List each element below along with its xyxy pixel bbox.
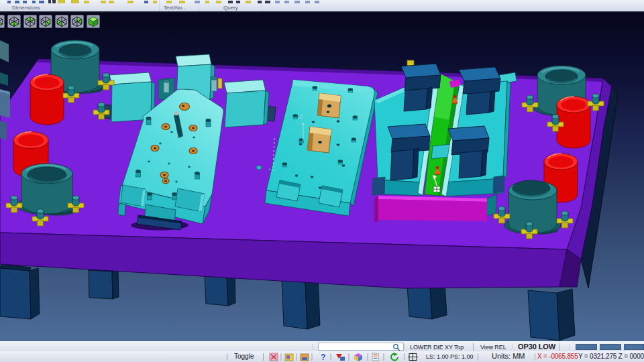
svg-text:?: ? bbox=[321, 353, 325, 361]
svg-text:Z: Z bbox=[299, 113, 303, 120]
